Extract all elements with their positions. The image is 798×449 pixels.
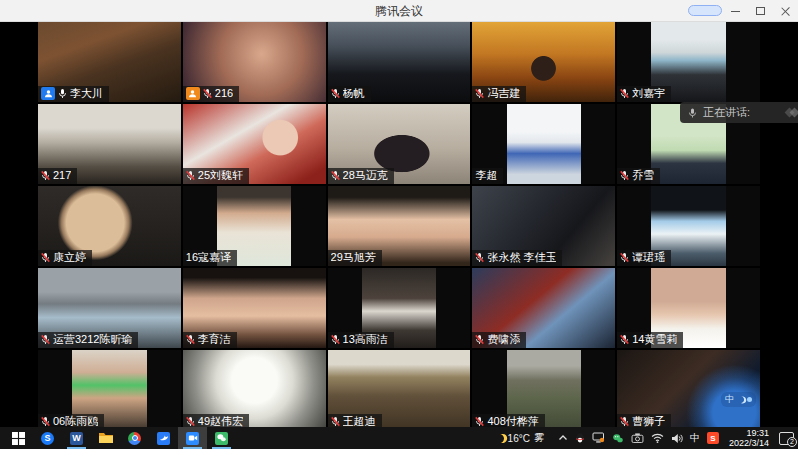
crescent-moon-icon	[736, 395, 745, 404]
chrome-icon[interactable]	[120, 427, 149, 449]
participant-name: 13高雨洁	[343, 333, 388, 346]
video-tile[interactable]: 谭珺瑶	[617, 186, 760, 266]
ime-icon[interactable]: 中	[690, 431, 700, 445]
video-tile[interactable]: 费啸添	[472, 268, 615, 348]
participant-name: 乔雪	[632, 169, 654, 182]
participant-name: 费啸添	[487, 333, 520, 346]
minimize-button[interactable]	[723, 0, 748, 22]
video-area: 李大川 216 杨帆	[0, 22, 798, 427]
video-watermark-text: 中	[725, 393, 734, 406]
s-browser-icon[interactable]: S	[33, 427, 62, 449]
participant-name: 李大川	[70, 87, 103, 100]
video-tile[interactable]: 张永然 李佳玉	[472, 186, 615, 266]
weather-condition: 雾	[534, 431, 544, 445]
wifi-icon[interactable]	[651, 433, 664, 443]
participant-name: 冯吉建	[487, 87, 520, 100]
participant-label: 408付桦萍	[472, 414, 544, 427]
video-grid: 李大川 216 杨帆	[38, 22, 760, 427]
mic-muted-icon	[41, 252, 50, 263]
tencent-meeting-icon[interactable]	[178, 427, 207, 449]
video-tile[interactable]: 李育洁	[183, 268, 326, 348]
word-icon[interactable]: W	[62, 427, 91, 449]
video-tile[interactable]: 28马迈克	[328, 104, 471, 184]
title-bar: 腾讯会议	[0, 0, 798, 22]
action-center-button[interactable]: 2	[779, 432, 794, 445]
participant-name: 29马旭芳	[331, 251, 376, 264]
participant-label: 13高雨洁	[328, 332, 394, 348]
participant-label: 29马旭芳	[328, 250, 382, 266]
network-status-pill[interactable]	[688, 5, 722, 16]
video-tile[interactable]: 408付桦萍	[472, 350, 615, 427]
video-tile[interactable]: 李大川	[38, 22, 181, 102]
wechat-tray-icon[interactable]	[612, 433, 624, 444]
windows-taskbar: SW 16°C 雾 中S 19:31 2022/3/14 2	[0, 427, 798, 449]
file-explorer-icon[interactable]	[91, 427, 120, 449]
participant-name: 217	[53, 169, 71, 182]
participant-name: 曹狮子	[632, 415, 665, 427]
video-tile[interactable]: 25刘魏轩	[183, 104, 326, 184]
video-tile[interactable]: 49赵伟宏	[183, 350, 326, 427]
participant-name: 杨帆	[343, 87, 365, 100]
blue-bird-app-icon[interactable]	[149, 427, 178, 449]
close-icon	[781, 7, 790, 16]
video-tile[interactable]: 康立婷	[38, 186, 181, 266]
chevron-up-icon[interactable]	[558, 434, 568, 442]
wechat-icon[interactable]	[207, 427, 236, 449]
volume-icon[interactable]	[671, 433, 683, 444]
video-tile[interactable]: 王超迪	[328, 350, 471, 427]
mic-muted-icon	[475, 252, 484, 263]
video-tile[interactable]: 刘嘉宇	[617, 22, 760, 102]
sogou-tray-icon[interactable]: S	[707, 432, 719, 444]
participant-name: 王超迪	[343, 415, 376, 427]
video-tile[interactable]: 216	[183, 22, 326, 102]
video-tile[interactable]: 13高雨洁	[328, 268, 471, 348]
participant-name: 49赵伟宏	[198, 415, 243, 427]
participant-label: 16寇嘉译	[183, 250, 237, 266]
restore-button[interactable]	[748, 0, 773, 22]
screen-share-icon[interactable]	[592, 432, 605, 444]
video-tile[interactable]: 运营3212陈昕瑜	[38, 268, 181, 348]
participant-label: 谭珺瑶	[617, 250, 671, 266]
video-tile[interactable]: 冯吉建	[472, 22, 615, 102]
speaking-indicator: 正在讲话:	[680, 102, 798, 123]
system-tray: 中S 19:31 2022/3/14 2	[558, 428, 798, 448]
mic-muted-icon	[620, 416, 629, 427]
participant-label: 康立婷	[38, 250, 92, 266]
video-tile[interactable]: 14黄雪莉	[617, 268, 760, 348]
window-title: 腾讯会议	[0, 0, 798, 22]
video-watermark: 中	[721, 392, 756, 407]
video-tile[interactable]: 杨帆	[328, 22, 471, 102]
camera-icon[interactable]	[631, 433, 644, 443]
minimize-icon	[731, 11, 740, 12]
qq-icon[interactable]	[575, 432, 585, 444]
participant-name: 李超	[475, 169, 497, 182]
participant-label: 冯吉建	[472, 86, 526, 102]
meeting-watermark-icon	[786, 109, 798, 116]
taskbar-clock[interactable]: 19:31 2022/3/14	[729, 428, 769, 448]
participant-name: 运营3212陈昕瑜	[53, 333, 132, 346]
whale-dot-icon	[747, 397, 752, 402]
mic-muted-icon	[475, 416, 484, 427]
speaking-mic-icon	[688, 107, 697, 119]
video-tile[interactable]: 中 曹狮子	[617, 350, 760, 427]
participant-label: 28马迈克	[328, 168, 394, 184]
video-tile[interactable]: 06陈雨鸥	[38, 350, 181, 427]
video-tile[interactable]: 李超	[472, 104, 615, 184]
mic-muted-icon	[203, 88, 212, 99]
participant-label: 25刘魏轩	[183, 168, 249, 184]
mic-muted-icon	[331, 170, 340, 181]
weather-widget[interactable]: 16°C 雾	[495, 431, 544, 445]
participant-label: 费啸添	[472, 332, 526, 348]
role-badge-icon	[186, 87, 200, 100]
video-tile[interactable]: 29马旭芳	[328, 186, 471, 266]
video-tile[interactable]: 217	[38, 104, 181, 184]
close-button[interactable]	[773, 0, 798, 22]
restore-icon	[756, 7, 765, 15]
clock-date: 2022/3/14	[729, 438, 769, 448]
mic-muted-icon	[475, 334, 484, 345]
participant-label: 杨帆	[328, 86, 371, 102]
taskbar-apps: SW	[0, 427, 236, 449]
start-icon[interactable]	[4, 427, 33, 449]
participant-label: 李大川	[38, 86, 109, 102]
video-tile[interactable]: 16寇嘉译	[183, 186, 326, 266]
